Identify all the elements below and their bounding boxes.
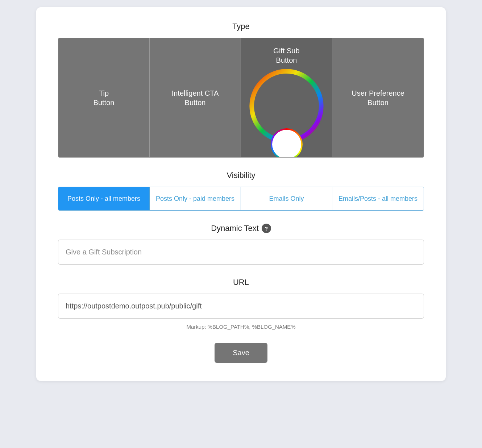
vis-btn-posts-all[interactable]: Posts Only - all members: [58, 187, 150, 210]
url-section: URL Markup: %BLOG_PATH%, %BLOG_NAME%: [58, 278, 424, 330]
type-buttons-group: Tip Button Intelligent CTA Button Gift S…: [58, 38, 424, 158]
type-btn-tip[interactable]: Tip Button: [58, 38, 150, 157]
type-section: Type Tip Button Intelligent CTA Button G…: [58, 22, 424, 158]
visibility-buttons-group: Posts Only - all members Posts Only - pa…: [58, 187, 424, 211]
url-section-label: URL: [58, 278, 424, 287]
type-btn-intelligent-cta[interactable]: Intelligent CTA Button: [150, 38, 241, 157]
dynamic-text-input[interactable]: [58, 240, 424, 265]
main-card: Type Tip Button Intelligent CTA Button G…: [36, 7, 446, 381]
type-btn-user-preference[interactable]: User Preference Button: [332, 38, 424, 157]
vis-btn-emails-only[interactable]: Emails Only: [241, 187, 332, 210]
markup-hint: Markup: %BLOG_PATH%, %BLOG_NAME%: [58, 324, 424, 330]
save-button[interactable]: Save: [215, 343, 267, 363]
dynamic-text-help-icon[interactable]: ?: [262, 224, 271, 233]
save-btn-wrapper: Save: [58, 343, 424, 363]
vis-btn-posts-paid[interactable]: Posts Only - paid members: [150, 187, 241, 210]
type-section-label: Type: [58, 22, 424, 31]
svg-point-0: [252, 71, 321, 141]
url-input[interactable]: [58, 294, 424, 319]
type-btn-gift-sub[interactable]: Gift Sub Button: [241, 38, 332, 157]
vis-btn-emails-posts-all[interactable]: Emails/Posts - all members: [332, 187, 424, 210]
dynamic-text-label: Dynamic Text ?: [58, 224, 424, 233]
visibility-section-label: Visibility: [58, 171, 424, 180]
visibility-section: Visibility Posts Only - all members Post…: [58, 171, 424, 211]
dynamic-text-section: Dynamic Text ?: [58, 224, 424, 278]
gift-sub-ring: [245, 65, 328, 147]
